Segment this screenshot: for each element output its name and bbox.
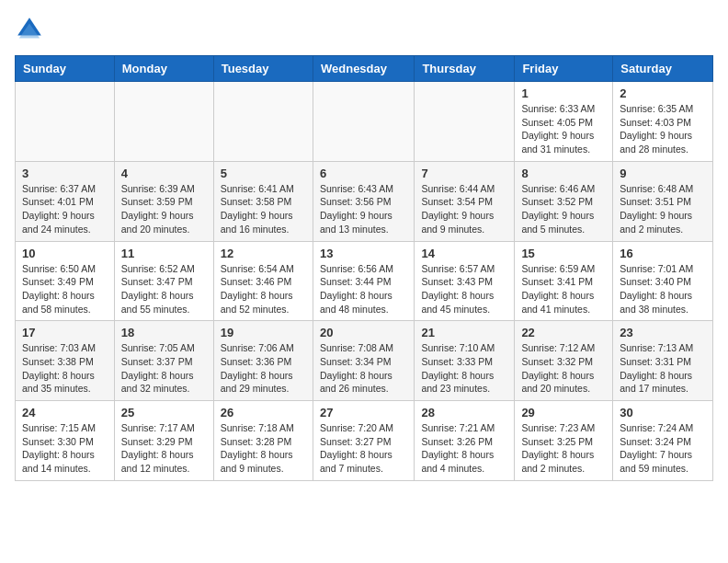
day-info: Sunrise: 7:20 AMSunset: 3:27 PMDaylight:… (320, 421, 407, 476)
calendar-day-cell: 1Sunrise: 6:33 AMSunset: 4:05 PMDaylight… (515, 82, 613, 162)
day-info: Sunrise: 6:59 AMSunset: 3:41 PMDaylight:… (521, 262, 606, 316)
calendar-day-cell: 19Sunrise: 7:06 AMSunset: 3:36 PMDayligh… (213, 321, 313, 401)
day-number: 9 (620, 167, 706, 180)
calendar-day-cell: 2Sunrise: 6:35 AMSunset: 4:03 PMDaylight… (613, 82, 713, 162)
calendar-day-header: Saturday (613, 56, 713, 82)
calendar-day-header: Monday (114, 56, 213, 82)
calendar-header-row: SundayMondayTuesdayWednesdayThursdayFrid… (16, 56, 713, 82)
day-number: 6 (320, 167, 407, 180)
day-number: 26 (221, 406, 306, 419)
day-number: 8 (521, 167, 606, 180)
day-number: 3 (22, 167, 108, 180)
calendar-week-row: 3Sunrise: 6:37 AMSunset: 4:01 PMDaylight… (16, 161, 713, 241)
day-number: 29 (521, 406, 606, 419)
calendar-day-cell: 3Sunrise: 6:37 AMSunset: 4:01 PMDaylight… (16, 161, 115, 241)
day-info: Sunrise: 6:44 AMSunset: 3:54 PMDaylight:… (421, 182, 507, 236)
day-info: Sunrise: 6:43 AMSunset: 3:56 PMDaylight:… (320, 182, 407, 236)
calendar-day-cell: 17Sunrise: 7:03 AMSunset: 3:38 PMDayligh… (16, 321, 115, 401)
calendar-day-cell: 6Sunrise: 6:43 AMSunset: 3:56 PMDaylight… (313, 161, 414, 241)
day-info: Sunrise: 7:23 AMSunset: 3:25 PMDaylight:… (521, 421, 606, 476)
calendar-day-cell: 15Sunrise: 6:59 AMSunset: 3:41 PMDayligh… (515, 241, 613, 321)
day-number: 23 (620, 326, 706, 339)
day-number: 2 (620, 86, 706, 100)
day-info: Sunrise: 6:46 AMSunset: 3:52 PMDaylight:… (521, 182, 606, 236)
calendar-day-cell: 8Sunrise: 6:46 AMSunset: 3:52 PMDaylight… (515, 161, 613, 241)
day-number: 27 (320, 406, 407, 419)
day-info: Sunrise: 6:39 AMSunset: 3:59 PMDaylight:… (121, 182, 207, 236)
calendar-day-cell: 24Sunrise: 7:15 AMSunset: 3:30 PMDayligh… (16, 401, 115, 481)
day-number: 11 (121, 247, 207, 260)
calendar-day-cell: 4Sunrise: 6:39 AMSunset: 3:59 PMDaylight… (114, 161, 213, 241)
day-info: Sunrise: 6:56 AMSunset: 3:44 PMDaylight:… (320, 262, 407, 316)
day-number: 28 (421, 406, 507, 419)
calendar-day-cell: 16Sunrise: 7:01 AMSunset: 3:40 PMDayligh… (613, 241, 713, 321)
day-number: 30 (620, 406, 706, 419)
day-info: Sunrise: 6:57 AMSunset: 3:43 PMDaylight:… (421, 262, 507, 316)
day-number: 17 (22, 326, 108, 339)
day-info: Sunrise: 7:13 AMSunset: 3:31 PMDaylight:… (620, 341, 706, 396)
day-info: Sunrise: 7:10 AMSunset: 3:33 PMDaylight:… (421, 341, 507, 396)
calendar-day-cell (16, 82, 115, 162)
calendar-day-cell: 29Sunrise: 7:23 AMSunset: 3:25 PMDayligh… (515, 401, 613, 481)
day-info: Sunrise: 7:06 AMSunset: 3:36 PMDaylight:… (221, 341, 306, 396)
day-number: 22 (521, 326, 606, 339)
calendar-day-cell: 20Sunrise: 7:08 AMSunset: 3:34 PMDayligh… (313, 321, 414, 401)
day-info: Sunrise: 7:17 AMSunset: 3:29 PMDaylight:… (121, 421, 207, 476)
calendar-day-header: Friday (515, 56, 613, 82)
day-number: 19 (221, 326, 306, 339)
calendar-day-cell: 26Sunrise: 7:18 AMSunset: 3:28 PMDayligh… (213, 401, 313, 481)
day-info: Sunrise: 6:33 AMSunset: 4:05 PMDaylight:… (521, 102, 606, 156)
day-info: Sunrise: 7:08 AMSunset: 3:34 PMDaylight:… (320, 341, 407, 396)
calendar-day-cell (313, 82, 414, 162)
calendar-day-cell: 18Sunrise: 7:05 AMSunset: 3:37 PMDayligh… (114, 321, 213, 401)
calendar-day-cell: 21Sunrise: 7:10 AMSunset: 3:33 PMDayligh… (415, 321, 515, 401)
calendar-day-cell: 7Sunrise: 6:44 AMSunset: 3:54 PMDaylight… (415, 161, 515, 241)
day-info: Sunrise: 6:52 AMSunset: 3:47 PMDaylight:… (121, 262, 207, 316)
day-info: Sunrise: 6:37 AMSunset: 4:01 PMDaylight:… (22, 182, 108, 236)
day-number: 4 (121, 167, 207, 180)
day-number: 25 (121, 406, 207, 419)
day-number: 12 (221, 247, 306, 260)
day-info: Sunrise: 6:35 AMSunset: 4:03 PMDaylight:… (620, 102, 706, 156)
calendar-table: SundayMondayTuesdayWednesdayThursdayFrid… (15, 55, 713, 481)
day-info: Sunrise: 7:12 AMSunset: 3:32 PMDaylight:… (521, 341, 606, 396)
day-info: Sunrise: 7:21 AMSunset: 3:26 PMDaylight:… (421, 421, 507, 476)
day-info: Sunrise: 7:18 AMSunset: 3:28 PMDaylight:… (221, 421, 306, 476)
day-info: Sunrise: 7:05 AMSunset: 3:37 PMDaylight:… (121, 341, 207, 396)
calendar-day-cell: 5Sunrise: 6:41 AMSunset: 3:58 PMDaylight… (213, 161, 313, 241)
page-header (15, 15, 713, 44)
calendar-day-header: Tuesday (213, 56, 313, 82)
day-number: 24 (22, 406, 108, 419)
day-number: 16 (620, 247, 706, 260)
calendar-day-cell (114, 82, 213, 162)
calendar-body: 1Sunrise: 6:33 AMSunset: 4:05 PMDaylight… (16, 82, 713, 481)
calendar-day-cell: 25Sunrise: 7:17 AMSunset: 3:29 PMDayligh… (114, 401, 213, 481)
calendar-day-cell: 9Sunrise: 6:48 AMSunset: 3:51 PMDaylight… (613, 161, 713, 241)
calendar-day-cell: 14Sunrise: 6:57 AMSunset: 3:43 PMDayligh… (415, 241, 515, 321)
day-number: 7 (421, 167, 507, 180)
calendar-week-row: 17Sunrise: 7:03 AMSunset: 3:38 PMDayligh… (16, 321, 713, 401)
day-info: Sunrise: 6:50 AMSunset: 3:49 PMDaylight:… (22, 262, 108, 316)
day-info: Sunrise: 7:01 AMSunset: 3:40 PMDaylight:… (620, 262, 706, 316)
day-info: Sunrise: 7:15 AMSunset: 3:30 PMDaylight:… (22, 421, 108, 476)
calendar-day-cell: 11Sunrise: 6:52 AMSunset: 3:47 PMDayligh… (114, 241, 213, 321)
day-info: Sunrise: 6:41 AMSunset: 3:58 PMDaylight:… (221, 182, 306, 236)
calendar-header: SundayMondayTuesdayWednesdayThursdayFrid… (16, 56, 713, 82)
calendar-day-header: Thursday (415, 56, 515, 82)
calendar-day-header: Sunday (16, 56, 115, 82)
day-number: 21 (421, 326, 507, 339)
day-number: 1 (521, 86, 606, 100)
calendar-day-cell: 27Sunrise: 7:20 AMSunset: 3:27 PMDayligh… (313, 401, 414, 481)
calendar-day-cell: 23Sunrise: 7:13 AMSunset: 3:31 PMDayligh… (613, 321, 713, 401)
logo (15, 15, 48, 44)
logo-icon (15, 15, 44, 44)
day-info: Sunrise: 7:24 AMSunset: 3:24 PMDaylight:… (620, 421, 706, 476)
day-number: 15 (521, 247, 606, 260)
calendar-day-cell: 30Sunrise: 7:24 AMSunset: 3:24 PMDayligh… (613, 401, 713, 481)
calendar-day-cell: 10Sunrise: 6:50 AMSunset: 3:49 PMDayligh… (16, 241, 115, 321)
calendar-week-row: 10Sunrise: 6:50 AMSunset: 3:49 PMDayligh… (16, 241, 713, 321)
calendar-day-header: Wednesday (313, 56, 414, 82)
day-number: 20 (320, 326, 407, 339)
calendar-week-row: 24Sunrise: 7:15 AMSunset: 3:30 PMDayligh… (16, 401, 713, 481)
calendar-week-row: 1Sunrise: 6:33 AMSunset: 4:05 PMDaylight… (16, 82, 713, 162)
